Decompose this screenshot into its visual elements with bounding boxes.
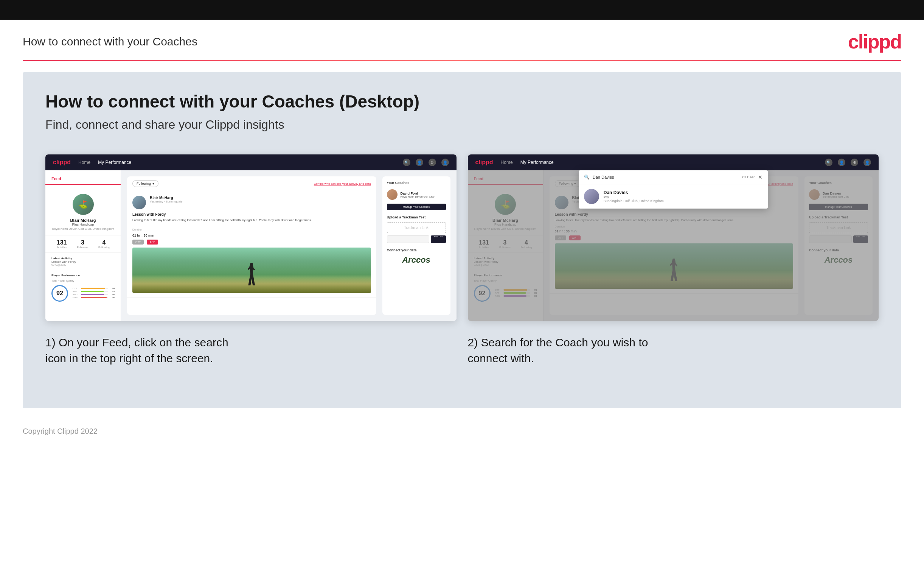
post-image-1 (133, 248, 371, 293)
bar-arg: ARG 86 (73, 293, 115, 295)
avatar-icon-2[interactable]: 👤 (864, 159, 871, 166)
bar-ott: OTT 90 (73, 287, 115, 289)
chevron-down-icon: ▾ (152, 182, 154, 185)
stat-activities: 131 Activities (57, 239, 67, 249)
caption-2: 2) Search for the Coach you wish toconne… (468, 334, 879, 366)
coach-item-1: David Ford Royal North Devon Golf Club (387, 189, 446, 200)
feed-header-bar-1: Following ▾ Control who can see your act… (127, 176, 376, 191)
search-input-row: 🔍 Dan Davies CLEAR ✕ (579, 170, 768, 184)
app-nav-1: clippd Home My Performance 🔍 👤 ⚙ 👤 (45, 154, 456, 170)
btn-off-1[interactable]: OTT (133, 240, 144, 245)
copyright: Copyright Clippd 2022 (23, 427, 97, 435)
feed-center-1: Following ▾ Control who can see your act… (127, 176, 376, 315)
coach-info-1: David Ford Royal North Devon Golf Club (401, 192, 435, 198)
post-meta-1: Blair McHarg Yesterday · Sunningdale (150, 196, 182, 203)
stat-activities-num: 131 (57, 239, 67, 246)
nav-myperformance-1: My Performance (98, 160, 131, 165)
app-main-1: Following ▾ Control who can see your act… (121, 170, 456, 321)
profile-location-1: Royal North Devon Golf Club, United King… (52, 227, 115, 231)
header: How to connect with your Coaches clippd (0, 19, 924, 60)
latest-activity-date: 03 Aug 2022 (52, 263, 115, 266)
nav-home-2: Home (501, 160, 513, 165)
following-badge-1[interactable]: Following ▾ (133, 180, 159, 187)
header-divider (23, 60, 901, 61)
feed-label-1: Feed (45, 176, 121, 185)
perf-total-1: Total Player Quality (52, 279, 115, 282)
main-subtitle: Find, connect and share your Clippd insi… (45, 118, 879, 132)
main-content: How to connect with your Coaches (Deskto… (23, 72, 901, 408)
profile-name-1: Blair McHarg (52, 218, 115, 222)
caption-1: 1) On your Feed, click on the searchicon… (45, 334, 456, 366)
clear-button[interactable]: CLEAR (742, 175, 755, 179)
app-body-1: Feed ⛳ Blair McHarg Plus Handicap Royal … (45, 170, 456, 321)
player-performance-1: Player Performance Total Player Quality … (45, 270, 121, 305)
trackman-placeholder-1: Trackman Link (387, 222, 446, 233)
result-role: Pro (604, 195, 664, 199)
search-input-value[interactable]: Dan Davies (593, 175, 740, 179)
post-duration-label: Duration (133, 225, 371, 232)
post-title-1: Lesson with Fordy (133, 212, 371, 216)
post-sub-1: Yesterday · Sunningdale (150, 200, 182, 203)
control-link-1[interactable]: Control who can see your activity and da… (314, 182, 371, 185)
search-icon-popup: 🔍 (584, 174, 590, 180)
screenshot-frame-2: clippd Home My Performance 🔍 👤 ⚙ 👤 🔍 (468, 154, 879, 321)
bar-putt: PUTT 96 (73, 296, 115, 299)
latest-activity-1: Latest Activity Lesson with Fordy 03 Aug… (45, 253, 121, 270)
connect-section-1: Connect your data Arccos (387, 248, 446, 265)
caption-1-text: 1) On your Feed, click on the searchicon… (45, 336, 228, 365)
stat-activities-label: Activities (57, 246, 67, 249)
trackman-input-1[interactable] (387, 235, 430, 243)
settings-icon[interactable]: ⚙ (429, 159, 436, 166)
post-header-1: Blair McHarg Yesterday · Sunningdale (133, 196, 371, 209)
app-sidebar-1: Feed ⛳ Blair McHarg Plus Handicap Royal … (45, 170, 121, 321)
arccos-logo-1: Arccos (387, 255, 446, 265)
nav-myperformance-2: My Performance (520, 160, 554, 165)
profile-avatar-1: ⛳ (73, 194, 94, 215)
screenshots-row: clippd Home My Performance 🔍 👤 ⚙ 👤 Feed (45, 154, 879, 366)
search-overlay: 🔍 Dan Davies CLEAR ✕ Dan Davies Pro Sunn… (468, 170, 879, 321)
post-name-1: Blair McHarg (150, 196, 182, 200)
nav-logo-2: clippd (476, 159, 493, 166)
post-duration-1: 01 hr : 30 min (133, 234, 371, 237)
search-popup: 🔍 Dan Davies CLEAR ✕ Dan Davies Pro Sunn… (579, 170, 768, 209)
nav-icons-2: 🔍 👤 ⚙ 👤 (825, 159, 871, 166)
following-label: Following (136, 182, 151, 185)
search-result-item[interactable]: Dan Davies Pro Sunningdale Golf Club, Un… (579, 184, 768, 209)
app-nav-2: clippd Home My Performance 🔍 👤 ⚙ 👤 (468, 154, 879, 170)
latest-activity-name: Lesson with Fordy (52, 260, 115, 263)
coach-club-1: Royal North Devon Golf Club (401, 195, 435, 198)
btn-app-1[interactable]: APP (147, 240, 158, 245)
close-search-button[interactable]: ✕ (758, 174, 762, 180)
top-bar (0, 0, 924, 19)
search-icon-2[interactable]: 🔍 (825, 159, 832, 166)
stat-following: 4 Following (98, 239, 110, 249)
trackman-section-1: Upload a Trackman Test Trackman Link Add… (387, 215, 446, 243)
score-circle-row-1: 92 OTT 90 APP (52, 285, 115, 302)
connect-title-1: Connect your data (387, 248, 446, 252)
settings-icon-2[interactable]: ⚙ (851, 159, 858, 166)
avatar-icon[interactable]: 👤 (442, 159, 449, 166)
stat-followers-label: Followers (77, 246, 89, 249)
page-title: How to connect with your Coaches (23, 35, 197, 48)
clippd-logo: clippd (848, 30, 901, 53)
score-circle-1: 92 (52, 285, 68, 302)
perf-title-1: Player Performance (52, 274, 115, 277)
screenshot-frame-1: clippd Home My Performance 🔍 👤 ⚙ 👤 Feed (45, 154, 456, 321)
post-btns-1: OTT APP (133, 240, 371, 245)
bar-app: APP 85 (73, 290, 115, 292)
manage-coaches-btn-1[interactable]: Manage Your Coaches (387, 204, 446, 210)
add-link-btn-1[interactable]: Add Link (431, 235, 445, 243)
result-name: Dan Davies (604, 190, 664, 195)
caption-2-text: 2) Search for the Coach you wish toconne… (468, 336, 648, 365)
main-title: How to connect with your Coaches (Deskto… (45, 91, 879, 112)
user-icon-2[interactable]: 👤 (838, 159, 845, 166)
search-icon[interactable]: 🔍 (403, 159, 410, 166)
user-icon[interactable]: 👤 (416, 159, 423, 166)
profile-sub-1: Plus Handicap (52, 222, 115, 226)
nav-home-1: Home (78, 160, 91, 165)
post-avatar-1 (133, 196, 146, 209)
coach-name-1: David Ford (401, 192, 435, 195)
coaches-title-1: Your Coaches (387, 181, 446, 185)
result-club: Sunningdale Golf Club, United Kingdom (604, 199, 664, 203)
avatar-inner-1: ⛳ (73, 194, 94, 215)
